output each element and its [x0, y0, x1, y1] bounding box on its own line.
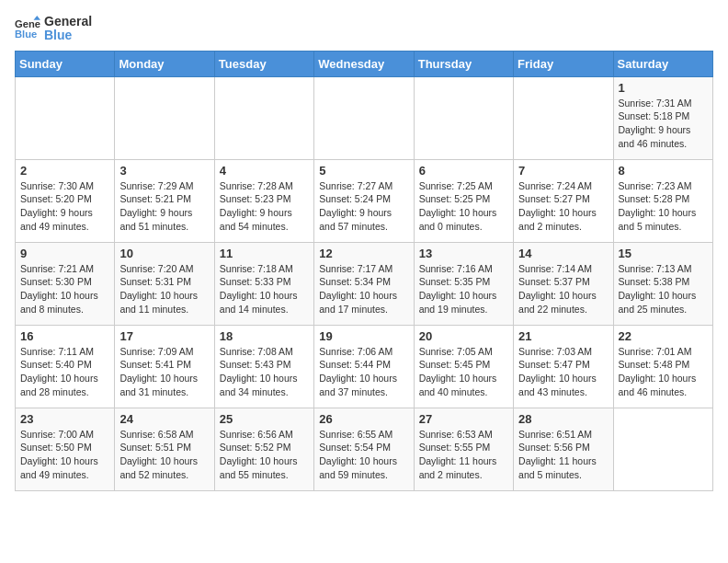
day-number: 19: [319, 329, 408, 343]
day-cell: 4Sunrise: 7:28 AM Sunset: 5:23 PM Daylig…: [214, 159, 313, 242]
logo: General Blue General Blue: [15, 15, 92, 43]
day-info: Sunrise: 6:58 AM Sunset: 5:51 PM Dayligh…: [119, 428, 209, 482]
day-cell: 6Sunrise: 7:25 AM Sunset: 5:25 PM Daylig…: [414, 159, 513, 242]
logo-blue: Blue: [44, 29, 92, 42]
day-cell: 20Sunrise: 7:05 AM Sunset: 5:45 PM Dayli…: [414, 325, 513, 408]
day-cell: 8Sunrise: 7:23 AM Sunset: 5:28 PM Daylig…: [613, 159, 712, 242]
day-cell: [314, 76, 414, 159]
day-cell: 16Sunrise: 7:11 AM Sunset: 5:40 PM Dayli…: [16, 325, 115, 408]
day-number: 15: [619, 247, 708, 260]
day-cell: [613, 408, 712, 490]
day-info: Sunrise: 7:06 AM Sunset: 5:44 PM Dayligh…: [319, 345, 408, 399]
day-info: Sunrise: 7:01 AM Sunset: 5:48 PM Dayligh…: [619, 345, 708, 399]
day-number: 27: [419, 412, 508, 426]
day-header-row: SundayMondayTuesdayWednesdayThursdayFrid…: [16, 51, 713, 76]
day-number: 3: [119, 164, 209, 178]
day-info: Sunrise: 7:29 AM Sunset: 5:21 PM Dayligh…: [119, 179, 209, 234]
day-cell: [514, 76, 613, 159]
day-number: 2: [20, 164, 109, 178]
day-info: Sunrise: 7:00 AM Sunset: 5:50 PM Dayligh…: [20, 428, 109, 482]
day-number: 16: [20, 329, 109, 343]
svg-text:General: General: [15, 18, 40, 29]
day-number: 25: [220, 412, 309, 426]
day-cell: 12Sunrise: 7:17 AM Sunset: 5:34 PM Dayli…: [314, 242, 414, 325]
day-number: 17: [119, 329, 209, 343]
header-thursday: Thursday: [414, 51, 513, 76]
day-number: 5: [319, 164, 408, 178]
day-info: Sunrise: 6:55 AM Sunset: 5:54 PM Dayligh…: [319, 428, 408, 482]
day-cell: 1Sunrise: 7:31 AM Sunset: 5:18 PM Daylig…: [613, 76, 712, 159]
day-number: 18: [220, 329, 309, 343]
day-cell: 19Sunrise: 7:06 AM Sunset: 5:44 PM Dayli…: [314, 325, 414, 408]
week-row-4: 16Sunrise: 7:11 AM Sunset: 5:40 PM Dayli…: [16, 325, 713, 408]
day-info: Sunrise: 7:18 AM Sunset: 5:33 PM Dayligh…: [220, 262, 309, 316]
header-friday: Friday: [514, 51, 613, 76]
day-cell: 28Sunrise: 6:51 AM Sunset: 5:56 PM Dayli…: [514, 408, 613, 490]
day-info: Sunrise: 7:17 AM Sunset: 5:34 PM Dayligh…: [319, 262, 408, 316]
day-number: 20: [419, 329, 508, 343]
day-number: 9: [20, 247, 109, 260]
day-info: Sunrise: 6:51 AM Sunset: 5:56 PM Dayligh…: [518, 428, 608, 482]
day-cell: 26Sunrise: 6:55 AM Sunset: 5:54 PM Dayli…: [314, 408, 414, 490]
day-info: Sunrise: 7:25 AM Sunset: 5:25 PM Dayligh…: [419, 179, 508, 234]
day-cell: 22Sunrise: 7:01 AM Sunset: 5:48 PM Dayli…: [613, 325, 712, 408]
day-number: 23: [20, 412, 109, 426]
day-cell: [414, 76, 513, 159]
day-cell: 15Sunrise: 7:13 AM Sunset: 5:38 PM Dayli…: [613, 242, 712, 325]
day-cell: 18Sunrise: 7:08 AM Sunset: 5:43 PM Dayli…: [214, 325, 313, 408]
header-saturday: Saturday: [613, 51, 712, 76]
day-info: Sunrise: 7:13 AM Sunset: 5:38 PM Dayligh…: [619, 262, 708, 316]
header: General Blue General Blue: [15, 15, 713, 43]
day-cell: [214, 76, 313, 159]
day-cell: 21Sunrise: 7:03 AM Sunset: 5:47 PM Dayli…: [514, 325, 613, 408]
day-info: Sunrise: 7:14 AM Sunset: 5:37 PM Dayligh…: [518, 262, 608, 316]
day-info: Sunrise: 7:24 AM Sunset: 5:27 PM Dayligh…: [518, 179, 608, 234]
week-row-1: 1Sunrise: 7:31 AM Sunset: 5:18 PM Daylig…: [16, 76, 713, 159]
day-cell: 27Sunrise: 6:53 AM Sunset: 5:55 PM Dayli…: [414, 408, 513, 490]
day-number: 13: [419, 247, 508, 260]
day-number: 7: [518, 164, 608, 178]
day-number: 22: [619, 329, 708, 343]
logo-general: General: [44, 15, 92, 29]
day-cell: 9Sunrise: 7:21 AM Sunset: 5:30 PM Daylig…: [16, 242, 115, 325]
day-info: Sunrise: 7:05 AM Sunset: 5:45 PM Dayligh…: [419, 345, 508, 399]
day-cell: 7Sunrise: 7:24 AM Sunset: 5:27 PM Daylig…: [514, 159, 613, 242]
day-number: 12: [319, 247, 408, 260]
day-number: 28: [518, 412, 608, 426]
day-info: Sunrise: 7:09 AM Sunset: 5:41 PM Dayligh…: [119, 345, 209, 399]
header-wednesday: Wednesday: [314, 51, 414, 76]
day-info: Sunrise: 7:11 AM Sunset: 5:40 PM Dayligh…: [20, 345, 109, 399]
day-number: 11: [220, 247, 309, 260]
day-info: Sunrise: 6:53 AM Sunset: 5:55 PM Dayligh…: [419, 428, 508, 482]
day-cell: 5Sunrise: 7:27 AM Sunset: 5:24 PM Daylig…: [314, 159, 414, 242]
day-cell: 24Sunrise: 6:58 AM Sunset: 5:51 PM Dayli…: [115, 408, 214, 490]
header-sunday: Sunday: [16, 51, 115, 76]
day-cell: 14Sunrise: 7:14 AM Sunset: 5:37 PM Dayli…: [514, 242, 613, 325]
day-cell: 11Sunrise: 7:18 AM Sunset: 5:33 PM Dayli…: [214, 242, 313, 325]
day-cell: 25Sunrise: 6:56 AM Sunset: 5:52 PM Dayli…: [214, 408, 313, 490]
week-row-2: 2Sunrise: 7:30 AM Sunset: 5:20 PM Daylig…: [16, 159, 713, 242]
day-info: Sunrise: 7:31 AM Sunset: 5:18 PM Dayligh…: [619, 97, 708, 151]
svg-text:Blue: Blue: [15, 29, 37, 40]
day-number: 10: [119, 247, 209, 260]
week-row-5: 23Sunrise: 7:00 AM Sunset: 5:50 PM Dayli…: [16, 408, 713, 490]
day-info: Sunrise: 7:20 AM Sunset: 5:31 PM Dayligh…: [119, 262, 209, 316]
header-monday: Monday: [115, 51, 214, 76]
day-cell: 10Sunrise: 7:20 AM Sunset: 5:31 PM Dayli…: [115, 242, 214, 325]
day-number: 14: [518, 247, 608, 260]
day-info: Sunrise: 7:30 AM Sunset: 5:20 PM Dayligh…: [20, 179, 109, 234]
day-info: Sunrise: 7:28 AM Sunset: 5:23 PM Dayligh…: [220, 179, 309, 234]
day-cell: 23Sunrise: 7:00 AM Sunset: 5:50 PM Dayli…: [16, 408, 115, 490]
day-number: 8: [619, 164, 708, 178]
header-tuesday: Tuesday: [214, 51, 313, 76]
day-info: Sunrise: 7:27 AM Sunset: 5:24 PM Dayligh…: [319, 179, 408, 234]
day-number: 6: [419, 164, 508, 178]
day-cell: 3Sunrise: 7:29 AM Sunset: 5:21 PM Daylig…: [115, 159, 214, 242]
day-info: Sunrise: 7:23 AM Sunset: 5:28 PM Dayligh…: [619, 179, 708, 234]
calendar-table: SundayMondayTuesdayWednesdayThursdayFrid…: [15, 51, 713, 491]
day-number: 26: [319, 412, 408, 426]
day-number: 4: [220, 164, 309, 178]
day-info: Sunrise: 7:21 AM Sunset: 5:30 PM Dayligh…: [20, 262, 109, 316]
day-number: 24: [119, 412, 209, 426]
day-info: Sunrise: 7:08 AM Sunset: 5:43 PM Dayligh…: [220, 345, 309, 399]
